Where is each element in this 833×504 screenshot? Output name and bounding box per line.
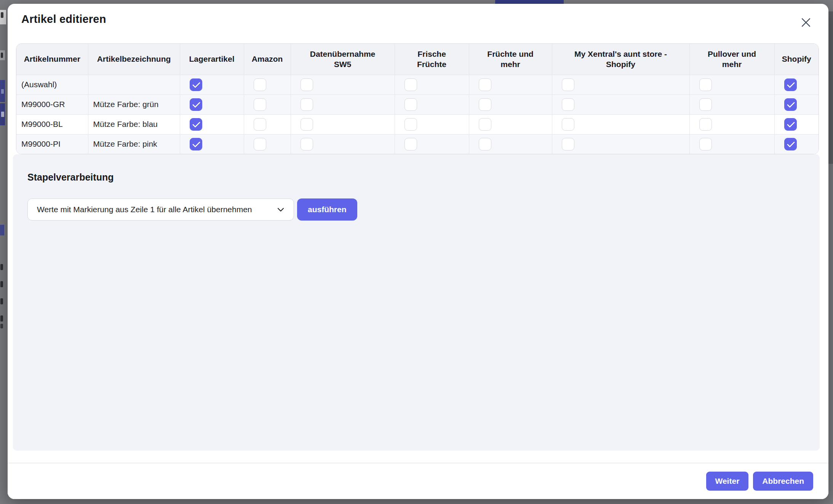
- column-header-amazon: Amazon: [244, 44, 291, 75]
- background-sidebar-item-fragment: [0, 103, 5, 125]
- checkbox-fruechte-und-mehr[interactable]: [479, 138, 491, 150]
- checkbox-lagerartikel[interactable]: [190, 98, 202, 111]
- checkbox-fruechte-und-mehr[interactable]: [479, 98, 491, 111]
- checkbox-frische-fruechte[interactable]: [405, 98, 417, 111]
- column-header-lagerartikel: Lagerartikel: [180, 44, 244, 75]
- article-number-cell: M99000-PI: [16, 134, 88, 154]
- checkbox-datenuebernahme-sw5[interactable]: [301, 138, 313, 150]
- checkbox-pullover-und-mehr[interactable]: [699, 78, 712, 91]
- background-left-fragment: [0, 298, 3, 304]
- checkbox-amazon[interactable]: [254, 118, 266, 131]
- background-left-fragment: [0, 281, 3, 287]
- background-left-fragment: [1, 12, 3, 18]
- column-header-frische-fruechte: Frische Früchte: [395, 44, 469, 75]
- checkbox-pullover-und-mehr[interactable]: [699, 98, 712, 111]
- checkbox-my-xentrals-aunt-store-shopify[interactable]: [562, 118, 574, 131]
- table-row-auswahl: (Auswahl): [16, 75, 819, 94]
- batch-action-select[interactable]: Werte mit Markierung aus Zeile 1 für all…: [27, 198, 294, 221]
- article-number-cell: M99000-GR: [16, 94, 88, 114]
- table-row-m99000-gr: M99000-GR Mütze Farbe: grün: [16, 94, 819, 114]
- background-left-fragment: [0, 264, 3, 270]
- checkbox-fruechte-und-mehr[interactable]: [479, 118, 491, 131]
- column-header-datenuebernahme-sw5: Datenübernahme SW5: [291, 44, 395, 75]
- background-left-fragment: [1, 53, 3, 58]
- checkbox-lagerartikel[interactable]: [190, 138, 202, 150]
- checkbox-shopify[interactable]: [784, 78, 797, 91]
- article-description-cell: Mütze Farbe: grün: [88, 94, 180, 114]
- table-row-m99000-pi: M99000-PI Mütze Farbe: pink: [16, 134, 819, 154]
- selected-option-label: Werte mit Markierung aus Zeile 1 für all…: [37, 205, 252, 214]
- edit-article-dialog: Artikel editieren Artikelnummer Artikelb…: [8, 4, 828, 499]
- checkbox-fruechte-und-mehr[interactable]: [479, 78, 491, 91]
- article-description-cell: [88, 75, 180, 94]
- background-topbar-fragment: [495, 0, 564, 4]
- chevron-down-icon: [276, 205, 285, 214]
- checkbox-datenuebernahme-sw5[interactable]: [301, 98, 313, 111]
- checkbox-shopify[interactable]: [784, 138, 797, 150]
- table-row-m99000-bl: M99000-BL Mütze Farbe: blau: [16, 114, 819, 134]
- cancel-button[interactable]: Abbrechen: [753, 472, 813, 491]
- column-header-shopify: Shopify: [774, 44, 819, 75]
- column-header-fruechte-und-mehr: Früchte und mehr: [469, 44, 552, 75]
- article-description-cell: Mütze Farbe: pink: [88, 134, 180, 154]
- background-sidebar-item-fragment: [0, 80, 5, 102]
- checkbox-amazon[interactable]: [254, 78, 266, 91]
- checkbox-frische-fruechte[interactable]: [405, 118, 417, 131]
- checkbox-lagerartikel[interactable]: [190, 78, 202, 91]
- article-number-cell: (Auswahl): [16, 75, 88, 94]
- checkbox-amazon[interactable]: [254, 138, 266, 150]
- dialog-title: Artikel editieren: [21, 13, 106, 26]
- checkbox-frische-fruechte[interactable]: [405, 138, 417, 150]
- checkbox-my-xentrals-aunt-store-shopify[interactable]: [562, 78, 574, 91]
- checkbox-shopify[interactable]: [784, 118, 797, 131]
- background-sidebar-item-fragment: [0, 225, 4, 235]
- table-header-row: Artikelnummer Artikelbezeichnung Lagerar…: [16, 44, 819, 75]
- batch-section: Stapelverarbeitung Werte mit Markierung …: [13, 154, 820, 451]
- checkbox-my-xentrals-aunt-store-shopify[interactable]: [562, 138, 574, 150]
- checkbox-frische-fruechte[interactable]: [405, 78, 417, 91]
- checkbox-datenuebernahme-sw5[interactable]: [301, 78, 313, 91]
- background-left-fragment: [0, 324, 3, 328]
- column-header-artikelbezeichnung: Artikelbezeichnung: [88, 44, 180, 75]
- articles-table: Artikelnummer Artikelbezeichnung Lagerar…: [16, 43, 819, 154]
- close-icon: [800, 16, 812, 29]
- column-header-my-xentrals-aunt-store-shopify: My Xentral's aunt store - Shopify: [552, 44, 689, 75]
- article-number-cell: M99000-BL: [16, 114, 88, 134]
- batch-heading: Stapelverarbeitung: [27, 172, 114, 183]
- article-description-cell: Mütze Farbe: blau: [88, 114, 180, 134]
- execute-button[interactable]: ausführen: [297, 198, 357, 221]
- dialog-footer: Weiter Abbrechen: [8, 463, 828, 499]
- column-header-artikelnummer: Artikelnummer: [16, 44, 88, 75]
- checkbox-amazon[interactable]: [254, 98, 266, 111]
- checkbox-pullover-und-mehr[interactable]: [699, 118, 712, 131]
- background-right-fragment: [828, 11, 833, 164]
- background-left-fragment: [0, 315, 3, 322]
- next-button[interactable]: Weiter: [706, 472, 749, 491]
- checkbox-lagerartikel[interactable]: [190, 118, 202, 131]
- checkbox-datenuebernahme-sw5[interactable]: [301, 118, 313, 131]
- column-header-pullover-und-mehr: Pullover und mehr: [689, 44, 774, 75]
- checkbox-pullover-und-mehr[interactable]: [699, 138, 712, 150]
- batch-controls: Werte mit Markierung aus Zeile 1 für all…: [27, 198, 357, 221]
- screen: { "dialog": { "title": "Artikel editiere…: [0, 0, 833, 504]
- close-button[interactable]: [799, 15, 813, 30]
- checkbox-shopify[interactable]: [784, 98, 797, 111]
- checkbox-my-xentrals-aunt-store-shopify[interactable]: [562, 98, 574, 111]
